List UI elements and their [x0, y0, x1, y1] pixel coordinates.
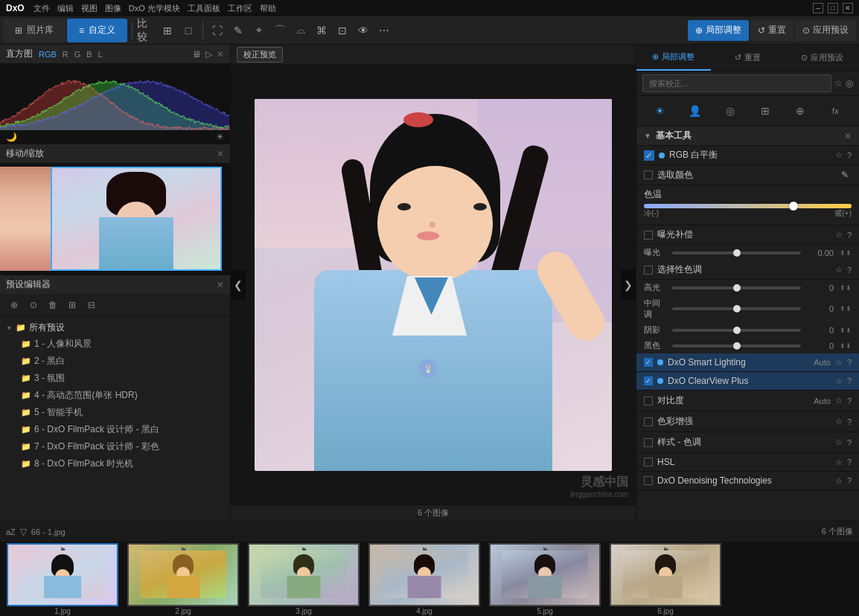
smart-lighting-checkbox[interactable]: ✓ — [644, 358, 653, 367]
film-item-6[interactable]: ⚑ 6.jpg — [606, 543, 725, 615]
preset-item-5[interactable]: 📁 5 - 智能手机 — [0, 404, 230, 421]
preset-close[interactable]: ✕ — [217, 280, 224, 290]
smart-lighting-question[interactable]: ? — [847, 358, 852, 367]
clearview-star[interactable]: ☆ — [835, 376, 843, 386]
film-thumb-2[interactable]: ⚑ — [127, 543, 239, 606]
search-input[interactable] — [642, 74, 831, 92]
film-item-4[interactable]: ⚑ 4.jpg — [365, 543, 484, 615]
denoising-star[interactable]: ☆ — [835, 476, 843, 486]
menu-file[interactable]: 文件 — [33, 3, 50, 14]
straighten-tool[interactable]: ✎ — [229, 21, 248, 40]
tool-cat-detail[interactable]: ⊞ — [755, 100, 776, 121]
sort-icon[interactable]: aZ — [6, 527, 16, 536]
black-slider[interactable] — [672, 344, 801, 347]
color-temp-slider[interactable] — [644, 204, 852, 208]
style-tone-star[interactable]: ☆ — [835, 437, 843, 447]
film-thumb-5[interactable]: ⚑ — [489, 543, 601, 606]
view-tool[interactable]: 👁 — [354, 21, 373, 40]
hist-tab-l[interactable]: L — [98, 50, 103, 59]
basic-tools-close[interactable]: ✕ — [844, 131, 852, 141]
hist-tab-rgb[interactable]: RGB — [39, 50, 57, 59]
selective-tone-checkbox[interactable] — [644, 266, 653, 275]
tab-customize[interactable]: ≡ 自定义 — [67, 19, 127, 42]
contrast-checkbox[interactable] — [644, 397, 653, 405]
preset-item-4[interactable]: 📁 4 - 高动态范围(单张 HDR) — [0, 387, 230, 404]
exposure-arrows[interactable]: ⬆⬇ — [840, 249, 852, 257]
nav-right-arrow[interactable]: ❯ — [621, 270, 636, 300]
perspective-tool[interactable]: ⌖ — [249, 21, 269, 40]
color-picker-checkbox[interactable] — [644, 170, 653, 179]
denoising-checkbox[interactable] — [644, 476, 653, 485]
compare-tool[interactable]: 比较 — [137, 21, 156, 40]
apply-preset-btn[interactable]: ⊙ 应用预设 — [795, 20, 856, 41]
preset-item-1[interactable]: 📁 1 - 人像和风景 — [0, 336, 230, 353]
nav-left-arrow[interactable]: ❮ — [231, 270, 246, 300]
tool-cat-geometry[interactable]: ⊕ — [790, 100, 811, 121]
menu-workspace[interactable]: 工作区 — [228, 3, 252, 14]
tool-cat-color[interactable]: ◎ — [720, 100, 741, 121]
menu-help[interactable]: 帮助 — [260, 3, 276, 14]
redeye-tool[interactable]: ⌓ — [291, 21, 310, 40]
film-thumb-3[interactable]: ⚑ — [248, 543, 360, 606]
wb-checkbox[interactable]: ✓ — [644, 150, 654, 161]
basic-tools-arrow[interactable]: ▼ — [644, 132, 651, 140]
film-item-1[interactable]: ⚑ 1.jpg — [3, 543, 122, 615]
preset-root[interactable]: ▼ 📁 所有预设 — [0, 320, 230, 336]
midtone-arrows[interactable]: ⬆⬇ — [840, 305, 852, 312]
midtone-slider[interactable] — [672, 307, 801, 310]
preset-item-7[interactable]: 📁 7 - DxO FilmPack 设计师 - 彩色 — [0, 438, 230, 455]
more-tools[interactable]: ⋯ — [374, 21, 394, 40]
close-button[interactable]: ✕ — [843, 3, 853, 13]
preset-import-btn[interactable]: ⊞ — [64, 297, 80, 313]
eraser-tool[interactable]: ⊡ — [333, 21, 352, 40]
clone-tool[interactable]: ⌘ — [312, 21, 331, 40]
highlight-arrows[interactable]: ⬆⬇ — [840, 284, 852, 292]
repair-tool[interactable]: ⌒ — [270, 21, 290, 40]
hsl-question[interactable]: ? — [847, 458, 852, 466]
movezoom-close[interactable]: ✕ — [217, 149, 224, 159]
preset-copy-btn[interactable]: ⊙ — [25, 297, 42, 313]
search-star-icon[interactable]: ☆ — [834, 78, 843, 89]
selective-tone-question[interactable]: ? — [847, 266, 852, 275]
crop-tool[interactable]: ⛶ — [208, 21, 227, 40]
maximize-button[interactable]: □ — [828, 3, 838, 13]
hsl-star[interactable]: ☆ — [835, 458, 843, 467]
color-enhance-checkbox[interactable] — [644, 417, 653, 426]
denoising-question[interactable]: ? — [847, 476, 852, 485]
hsl-checkbox[interactable] — [644, 458, 653, 466]
menu-edit[interactable]: 编辑 — [57, 3, 74, 14]
tab-library[interactable]: ⊞ 照片库 — [3, 19, 66, 42]
smart-lighting-star[interactable]: ☆ — [835, 358, 843, 368]
preset-item-6[interactable]: 📁 6 - DxO FilmPack 设计师 - 黑白 — [0, 421, 230, 438]
thumbnail-main[interactable] — [51, 167, 222, 271]
clearview-question[interactable]: ? — [847, 376, 852, 385]
preset-item-8[interactable]: 📁 8 - DxO FilmPack 时光机 — [0, 455, 230, 472]
menu-bar[interactable]: 文件 编辑 视图 图像 DxO 光学模块 工具面板 工作区 帮助 — [33, 3, 276, 14]
color-enhance-star[interactable]: ☆ — [835, 417, 843, 426]
preset-item-2[interactable]: 📁 2 - 黑白 — [0, 353, 230, 370]
wb-question[interactable]: ? — [847, 151, 852, 160]
exposure-slider[interactable] — [672, 251, 801, 254]
histogram-close[interactable]: ✕ — [217, 49, 224, 60]
contrast-question[interactable]: ? — [847, 397, 852, 405]
histogram-play-icon[interactable]: ▷ — [205, 49, 212, 60]
film-thumb-4[interactable]: ⚑ — [368, 543, 480, 606]
selective-tone-star[interactable]: ☆ — [835, 265, 843, 275]
reset-btn[interactable]: ↺ 重置 — [750, 20, 793, 41]
hist-tab-r[interactable]: R — [63, 50, 68, 59]
window-controls[interactable]: ─ □ ✕ — [813, 3, 853, 13]
film-item-5[interactable]: ⚑ 5.jpg — [485, 543, 604, 615]
shadow-slider[interactable] — [672, 329, 801, 332]
exposure-checkbox[interactable] — [644, 231, 653, 240]
wb-star[interactable]: ☆ — [835, 150, 843, 160]
tool-cat-light[interactable]: ☀ — [650, 100, 671, 121]
tab-local-adj[interactable]: ⊕ 局部调整 — [636, 45, 711, 71]
film-thumb-1[interactable]: ⚑ — [7, 543, 118, 606]
menu-image[interactable]: 图像 — [105, 3, 121, 14]
tab-reset[interactable]: ↺ 重置 — [711, 45, 785, 71]
tab-apply-preset[interactable]: ⊙ 应用预设 — [785, 45, 859, 71]
black-arrows[interactable]: ⬆⬇ — [840, 342, 852, 350]
hist-tab-g[interactable]: G — [74, 50, 81, 59]
single-tool[interactable]: □ — [179, 21, 198, 40]
exposure-question[interactable]: ? — [847, 231, 852, 240]
